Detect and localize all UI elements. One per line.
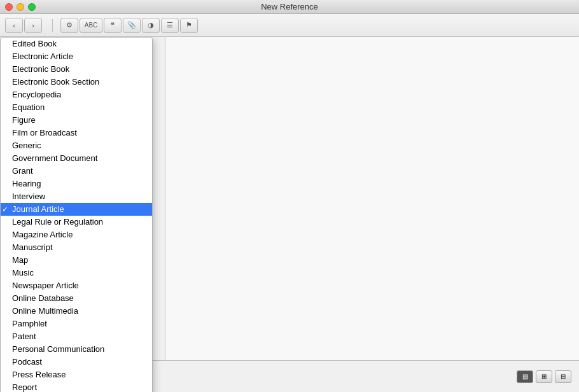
- dropdown-item-label: Grant: [12, 165, 33, 178]
- dropdown-item-film-or-broadcast[interactable]: Film or Broadcast: [1, 127, 152, 139]
- dropdown-item-electronic-article[interactable]: Electronic Article: [1, 50, 152, 63]
- dropdown-item-label: Legal Rule or Regulation: [12, 216, 103, 228]
- dropdown-item-equation[interactable]: Equation: [1, 101, 152, 114]
- dropdown-item-edited-book[interactable]: Edited Book: [1, 38, 152, 50]
- dropdown-item-label: Equation: [12, 101, 45, 114]
- view-button-2[interactable]: ⊞: [536, 370, 552, 383]
- nav-buttons: ‹ ›: [5, 18, 42, 33]
- dropdown-item-label: Report: [12, 381, 37, 392]
- dropdown-item-electronic-book-section[interactable]: Electronic Book Section: [1, 76, 152, 88]
- dropdown-item-electronic-book[interactable]: Electronic Book: [1, 63, 152, 76]
- dropdown-item-label: Music: [12, 267, 34, 279]
- toolbar-actions: ⚙ ABC ❝ 📎 ◑ ☰ ⚑: [60, 18, 198, 33]
- title-bar: New Reference: [0, 0, 579, 14]
- attach-button[interactable]: 📎: [123, 18, 141, 33]
- reference-type-dropdown: Edited BookElectronic ArticleElectronic …: [0, 37, 153, 392]
- dropdown-item-personal-communication[interactable]: Personal Communication: [1, 343, 152, 356]
- dropdown-item-label: Press Release: [12, 368, 66, 381]
- dropdown-item-label: Journal Article: [12, 203, 64, 216]
- toolbar-separator-1: [52, 19, 53, 32]
- doc-button[interactable]: ☰: [161, 18, 179, 33]
- dropdown-item-label: Hearing: [12, 178, 41, 190]
- dropdown-item-grant[interactable]: Grant: [1, 165, 152, 178]
- dropdown-item-label: Pamphlet: [12, 318, 47, 330]
- close-button[interactable]: [5, 3, 13, 11]
- cite-button[interactable]: ❝: [104, 18, 122, 33]
- abc-button[interactable]: ABC: [80, 18, 102, 33]
- dropdown-item-label: Interview: [12, 190, 45, 203]
- dropdown-item-label: Map: [12, 254, 28, 267]
- dropdown-item-press-release[interactable]: Press Release: [1, 368, 152, 381]
- dropdown-item-online-multimedia[interactable]: Online Multimedia: [1, 305, 152, 318]
- dropdown-item-label: Patent: [12, 330, 36, 343]
- toolbar: ‹ › ⚙ ABC ❝ 📎 ◑ ☰ ⚑: [0, 14, 579, 37]
- dropdown-item-label: Personal Communication: [12, 343, 104, 356]
- dropdown-item-patent[interactable]: Patent: [1, 330, 152, 343]
- chart-button[interactable]: ◑: [142, 18, 160, 33]
- dropdown-item-label: Online Multimedia: [12, 305, 78, 318]
- main-area: Edited BookElectronic ArticleElectronic …: [0, 37, 579, 392]
- dropdown-item-label: Podcast: [12, 356, 42, 368]
- view-icon-1: ▤: [522, 373, 528, 380]
- dropdown-item-journal-article[interactable]: ✓Journal Article: [1, 203, 152, 216]
- dropdown-item-label: Electronic Book Section: [12, 76, 99, 88]
- dropdown-item-interview[interactable]: Interview: [1, 190, 152, 203]
- dropdown-item-label: Newspaper Article: [12, 279, 79, 292]
- dropdown-item-hearing[interactable]: Hearing: [1, 178, 152, 190]
- dropdown-item-pamphlet[interactable]: Pamphlet: [1, 318, 152, 330]
- dropdown-item-label: Electronic Article: [12, 50, 73, 63]
- dropdown-item-label: Figure: [12, 114, 36, 127]
- window-title: New Reference: [261, 2, 318, 11]
- dropdown-item-music[interactable]: Music: [1, 267, 152, 279]
- gear-button[interactable]: ⚙: [60, 18, 78, 33]
- dropdown-item-label: Manuscript: [12, 241, 53, 254]
- dropdown-item-manuscript[interactable]: Manuscript: [1, 241, 152, 254]
- nav-forward-button[interactable]: ›: [24, 18, 42, 33]
- dropdown-item-legal-rule-or-regulation[interactable]: Legal Rule or Regulation: [1, 216, 152, 228]
- dropdown-item-generic[interactable]: Generic: [1, 139, 152, 152]
- view-icon-2: ⊞: [541, 373, 547, 380]
- dropdown-item-encyclopedia[interactable]: Encyclopedia: [1, 88, 152, 101]
- dropdown-item-map[interactable]: Map: [1, 254, 152, 267]
- dropdown-item-government-document[interactable]: Government Document: [1, 152, 152, 165]
- dropdown-item-label: Magazine Article: [12, 228, 73, 241]
- dropdown-item-magazine-article[interactable]: Magazine Article: [1, 228, 152, 241]
- content-panel: [165, 37, 579, 392]
- dropdown-item-podcast[interactable]: Podcast: [1, 356, 152, 368]
- window-controls: [5, 3, 36, 11]
- minimize-button[interactable]: [17, 3, 24, 11]
- dropdown-item-report[interactable]: Report: [1, 381, 152, 392]
- dropdown-item-label: Generic: [12, 139, 41, 152]
- dropdown-item-label: Edited Book: [12, 38, 57, 50]
- dropdown-item-figure[interactable]: Figure: [1, 114, 152, 127]
- dropdown-item-label: Film or Broadcast: [12, 127, 77, 139]
- dropdown-item-label: Electronic Book: [12, 63, 69, 76]
- dropdown-item-label: Encyclopedia: [12, 88, 61, 101]
- form-panel: Edited BookElectronic ArticleElectronic …: [0, 37, 165, 392]
- dropdown-item-online-database[interactable]: Online Database: [1, 292, 152, 305]
- flag-button[interactable]: ⚑: [180, 18, 198, 33]
- maximize-button[interactable]: [28, 3, 36, 11]
- view-icon-3: ⊟: [561, 373, 566, 380]
- nav-back-button[interactable]: ‹: [5, 18, 23, 33]
- dropdown-item-label: Government Document: [12, 152, 97, 165]
- check-icon: ✓: [2, 203, 11, 216]
- bottom-view-buttons: ▤ ⊞ ⊟: [517, 370, 571, 383]
- view-button-3[interactable]: ⊟: [555, 370, 571, 383]
- view-button-1[interactable]: ▤: [517, 370, 533, 383]
- dropdown-item-label: Online Database: [12, 292, 74, 305]
- dropdown-item-newspaper-article[interactable]: Newspaper Article: [1, 279, 152, 292]
